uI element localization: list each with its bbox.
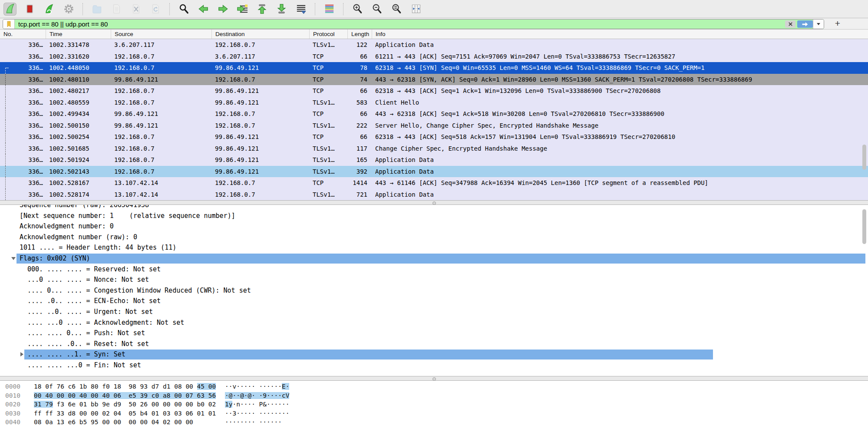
cell-no: 336… [0, 131, 46, 143]
detail-field[interactable]: .... 0... .... = Congestion Window Reduc… [0, 285, 868, 296]
go-to-bottom-button[interactable] [275, 3, 288, 16]
packet-row[interactable]: 336…1002.49943499.86.49.121192.168.0.7TC… [0, 108, 868, 120]
detail-field[interactable]: 1011 .... = Header Length: 44 bytes (11) [0, 242, 868, 253]
zoom-in-icon [352, 3, 363, 15]
packet-list-scrollbar[interactable] [862, 145, 866, 170]
go-to-packet-button[interactable] [236, 3, 249, 16]
column-header-destination[interactable]: Destination [211, 30, 309, 39]
zoom-in-button[interactable] [351, 3, 364, 16]
cell-len: 721 [347, 189, 372, 201]
packet-row[interactable]: 336…1002.52817413.107.42.14192.168.0.7TL… [0, 189, 868, 201]
hex-row[interactable]: 002031 79 f3 6e 01 bb 9e d9 50 26 00 00 … [0, 400, 868, 409]
column-header-length[interactable]: Length [347, 30, 372, 39]
filter-toolbar: + [0, 18, 868, 30]
display-filter-input[interactable] [15, 20, 785, 29]
detail-field[interactable]: 000. .... .... = Reserved: Not set [0, 264, 868, 275]
clear-filter-button[interactable] [785, 20, 795, 28]
cell-info: Client Hello [372, 97, 868, 109]
detail-field[interactable]: .... .... .0.. = Reset: Not set [0, 339, 868, 350]
packet-row[interactable]: 336…1002.480559192.168.0.799.86.49.121TL… [0, 97, 868, 109]
apply-filter-button[interactable] [797, 20, 813, 28]
packet-row[interactable]: 336…1002.501924192.168.0.799.86.49.121TL… [0, 154, 868, 166]
resize-columns-button[interactable] [409, 3, 422, 16]
go-back-button[interactable] [197, 3, 210, 16]
detail-field[interactable]: .... .... ...0 = Fin: Not set [0, 360, 868, 371]
collapse-toggle-icon[interactable] [11, 257, 16, 260]
packet-row[interactable]: 336…1002.50015099.86.49.121192.168.0.7TL… [0, 120, 868, 132]
packet-row[interactable]: 336…1002.48011099.86.49.121192.168.0.7TC… [0, 74, 868, 86]
expand-toggle-icon[interactable] [20, 352, 23, 356]
start-capture-button[interactable] [3, 3, 17, 16]
cell-proto: TLSv1… [309, 166, 347, 178]
detail-field[interactable]: .... .... 0... = Push: Not set [0, 328, 868, 339]
filter-history-dropdown[interactable] [813, 20, 824, 29]
detail-field[interactable]: .... .... ..1. = Syn: Set [0, 349, 868, 360]
hex-row[interactable]: 004008 0a 13 e6 b5 95 00 00 00 00 04 02 … [0, 418, 868, 427]
detail-field-text: Sequence number (raw): 2665041958 [0, 205, 868, 211]
zoom-reset-button[interactable] [390, 3, 403, 16]
detail-field[interactable]: [Next sequence number: 1 (relative seque… [0, 211, 868, 221]
pane-splitter-top[interactable] [0, 200, 868, 205]
detail-field[interactable]: Acknowledgment number (raw): 0 [0, 232, 868, 243]
auto-scroll-icon [295, 3, 307, 15]
detail-field[interactable]: Flags: 0x002 (SYN) [0, 253, 868, 264]
cell-info: 62318 → 443 [ACK] Seq=518 Ack=157 Win=13… [372, 131, 868, 143]
detail-field[interactable]: .... ...0 .... = Acknowledgment: Not set [0, 317, 868, 328]
column-header-source[interactable]: Source [111, 30, 211, 39]
hex-row[interactable]: 0030ff ff 33 d8 00 00 02 04 05 b4 01 03 … [0, 409, 868, 418]
packet-row[interactable]: 336…1002.52816713.107.42.14192.168.0.7TC… [0, 177, 868, 189]
cell-time: 1002.480559 [46, 97, 111, 109]
cell-time: 1002.502143 [46, 166, 111, 178]
detail-field-text: 000. .... .... = Reserved: Not set [0, 264, 868, 275]
capture-options-button[interactable] [62, 3, 75, 16]
go-forward-button[interactable] [216, 3, 229, 16]
detail-field[interactable]: .... ..0. .... = Urgent: Not set [0, 307, 868, 317]
resize-columns-icon [410, 3, 422, 15]
colorize-packets-button[interactable] [323, 3, 336, 16]
splitter-grip-icon [432, 201, 436, 205]
column-header-time[interactable]: Time [46, 30, 111, 39]
packet-row[interactable]: 336…1002.501685192.168.0.799.86.49.121TL… [0, 143, 868, 155]
detail-field[interactable]: .... .0.. .... = ECN-Echo: Not set [0, 296, 868, 307]
detail-field[interactable]: ...0 .... .... = Nonce: Not set [0, 274, 868, 285]
detail-field[interactable]: Acknowledgment number: 0 [0, 221, 868, 232]
cell-time: 1002.480110 [46, 74, 111, 86]
packet-row[interactable]: 336…1002.502143192.168.0.799.86.49.121TL… [0, 166, 868, 178]
zoom-out-icon [371, 3, 383, 15]
restart-capture-button[interactable] [43, 3, 56, 16]
cell-proto: TCP [309, 74, 347, 86]
packet-row[interactable]: 336…1002.331620192.168.0.73.6.207.117TCP… [0, 51, 868, 63]
packet-row[interactable]: 336…1002.448050192.168.0.799.86.49.121TC… [0, 62, 868, 74]
packet-row[interactable]: 336…1002.3314783.6.207.117192.168.0.7TLS… [0, 39, 868, 51]
packet-row[interactable]: 336…1002.500254192.168.0.799.86.49.121TC… [0, 131, 868, 143]
detail-field-text: Acknowledgment number: 0 [0, 221, 868, 232]
cell-src: 192.168.0.7 [111, 85, 211, 97]
cell-src: 192.168.0.7 [111, 143, 211, 155]
go-to-top-button[interactable] [255, 3, 268, 16]
detail-field[interactable]: Sequence number (raw): 2665041958 [0, 205, 868, 211]
restart-capture-icon [43, 3, 55, 15]
pane-splitter-bottom[interactable] [0, 376, 868, 381]
column-header-protocol[interactable]: Protocol [309, 30, 347, 39]
packet-bytes-pane: 000018 0f 76 c6 1b 80 f0 18 98 93 d7 d1 … [0, 381, 868, 442]
cell-src: 192.168.0.7 [111, 154, 211, 166]
cell-info: 443 → 61146 [ACK] Seq=347988 Ack=16394 W… [372, 177, 868, 189]
cell-no: 336… [0, 143, 46, 155]
stop-capture-button[interactable] [23, 3, 36, 16]
auto-scroll-button[interactable] [294, 3, 307, 16]
hex-row[interactable]: 000018 0f 76 c6 1b 80 f0 18 98 93 d7 d1 … [0, 382, 868, 391]
open-file-button [90, 3, 103, 16]
packet-row[interactable]: 336…1002.480217192.168.0.799.86.49.121TC… [0, 85, 868, 97]
hex-row[interactable]: 001000 40 00 00 40 00 40 06 e5 39 c0 a8 … [0, 391, 868, 400]
hex-ascii: ··3····· ········ [225, 409, 289, 418]
zoom-out-button[interactable] [370, 3, 383, 16]
find-packet-button[interactable] [177, 3, 190, 16]
cell-no: 336… [0, 97, 46, 109]
column-header-info[interactable]: Info [372, 30, 868, 39]
cell-dst: 99.86.49.121 [211, 166, 309, 178]
details-scrollbar[interactable] [862, 209, 866, 244]
column-header-no[interactable]: No. [0, 30, 46, 39]
cell-dst: 99.86.49.121 [211, 154, 309, 166]
filter-bookmark-button[interactable] [3, 20, 15, 29]
add-filter-button[interactable]: + [832, 19, 843, 28]
